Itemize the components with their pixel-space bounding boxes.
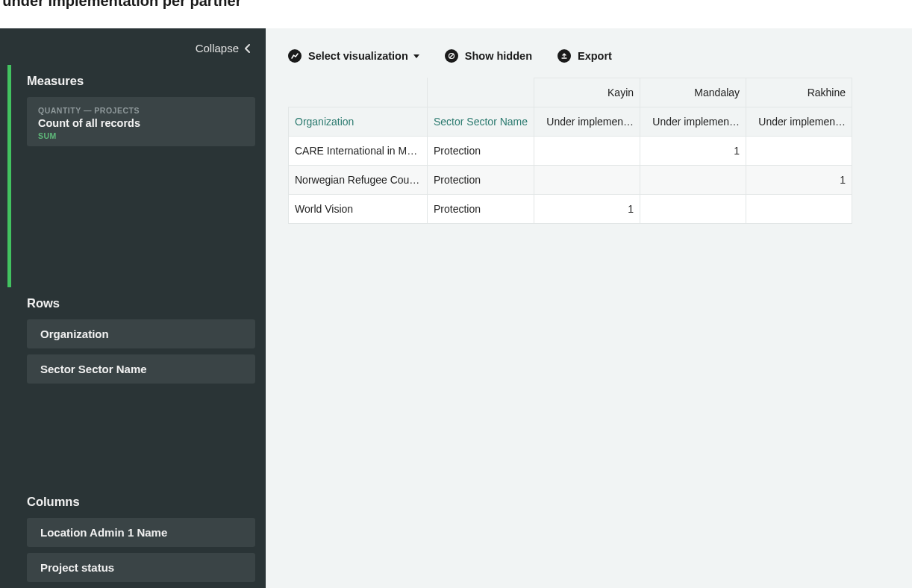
measure-card[interactable]: QUANTITY — PROJECTS Count of all records… xyxy=(27,97,255,146)
header-value-kayin[interactable]: Under implemen… xyxy=(534,107,640,137)
table-row: Norwegian Refugee Coun… Protection 1 xyxy=(289,166,852,195)
col-group-mandalay[interactable]: Mandalay xyxy=(640,78,746,107)
columns-title: Columns xyxy=(0,486,266,518)
chevron-left-icon xyxy=(243,44,252,53)
cell-value[interactable] xyxy=(534,137,640,166)
measures-title: Measures xyxy=(12,65,266,97)
measures-section: Measures QUANTITY — PROJECTS Count of al… xyxy=(0,65,266,287)
toolbar: Select visualization Show hidden Export xyxy=(288,49,912,63)
column-field-location[interactable]: Location Admin 1 Name xyxy=(27,518,255,547)
show-hidden-label: Show hidden xyxy=(465,50,532,62)
config-sidebar: Collapse Measures QUANTITY — PROJECTS Co… xyxy=(0,28,266,588)
cell-sector[interactable]: Protection xyxy=(428,166,534,195)
cell-value[interactable]: 1 xyxy=(746,166,852,195)
cell-sector[interactable]: Protection xyxy=(428,195,534,224)
cell-value[interactable]: 1 xyxy=(534,195,640,224)
column-field-status[interactable]: Project status xyxy=(27,553,255,582)
rows-title: Rows xyxy=(0,287,266,319)
measure-meta: QUANTITY — PROJECTS xyxy=(38,106,244,115)
pivot-table: Kayin Mandalay Rakhine Organization Sect… xyxy=(288,78,852,224)
col-group-kayin[interactable]: Kayin xyxy=(534,78,640,107)
show-hidden-button[interactable]: Show hidden xyxy=(445,49,532,63)
header-value-rakhine[interactable]: Under implemen… xyxy=(746,107,852,137)
cell-org[interactable]: Norwegian Refugee Coun… xyxy=(289,166,428,195)
select-visualization-button[interactable]: Select visualization xyxy=(288,49,419,63)
caret-down-icon xyxy=(413,54,419,58)
hidden-icon xyxy=(445,49,458,63)
cell-value[interactable] xyxy=(746,137,852,166)
cell-org[interactable]: CARE International in My… xyxy=(289,137,428,166)
collapse-button[interactable]: Collapse xyxy=(0,36,266,65)
header-organization[interactable]: Organization xyxy=(289,107,428,137)
export-button[interactable]: Export xyxy=(557,49,612,63)
cell-value[interactable] xyxy=(534,166,640,195)
pivot-table-wrap: Kayin Mandalay Rakhine Organization Sect… xyxy=(288,78,860,224)
rows-section: Rows Organization Sector Sector Name xyxy=(0,287,266,486)
row-field-sector[interactable]: Sector Sector Name xyxy=(27,354,255,384)
section-accent xyxy=(7,65,11,287)
cell-value[interactable]: 1 xyxy=(640,137,746,166)
select-visualization-label: Select visualization xyxy=(308,50,408,62)
cell-value[interactable] xyxy=(746,195,852,224)
header-spacer xyxy=(289,78,428,107)
collapse-label: Collapse xyxy=(196,42,239,54)
table-row: CARE International in My… Protection 1 xyxy=(289,137,852,166)
measure-main: Count of all records xyxy=(38,117,244,129)
columns-section: Columns Location Admin 1 Name Project st… xyxy=(0,486,266,588)
cell-value[interactable] xyxy=(640,166,746,195)
export-label: Export xyxy=(578,50,612,62)
cell-value[interactable] xyxy=(640,195,746,224)
header-sector[interactable]: Sector Sector Name xyxy=(428,107,534,137)
header-value-mandalay[interactable]: Under implemen… xyxy=(640,107,746,137)
cell-sector[interactable]: Protection xyxy=(428,137,534,166)
col-group-rakhine[interactable]: Rakhine xyxy=(746,78,852,107)
header-spacer xyxy=(428,78,534,107)
export-icon xyxy=(557,49,571,63)
row-field-organization[interactable]: Organization xyxy=(27,319,255,348)
page-title: Project under implementation per partner xyxy=(0,0,241,10)
measure-sub: SUM xyxy=(38,131,244,140)
chart-icon xyxy=(288,49,302,63)
content-area: Select visualization Show hidden Export xyxy=(266,28,912,588)
table-row: World Vision Protection 1 xyxy=(289,195,852,224)
cell-org[interactable]: World Vision xyxy=(289,195,428,224)
